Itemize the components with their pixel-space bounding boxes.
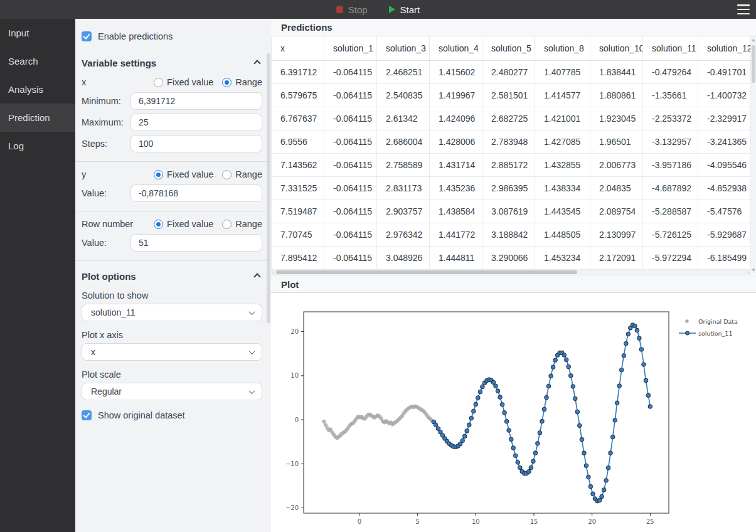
- table-cell: 1.453234: [535, 246, 590, 269]
- panel-scrollbar-thumb[interactable]: [267, 53, 270, 323]
- table-row: 6.391712-0.0641152.4682511.4156022.48027…: [272, 60, 751, 83]
- plot-options-header[interactable]: Plot options: [82, 271, 262, 282]
- table-header-row: xsolution_1solution_3solution_4solution_…: [272, 36, 751, 60]
- show-original-row: Show original dataset: [82, 410, 262, 420]
- table-cell: -0.064115: [324, 60, 377, 83]
- column-header-solution_10: solution_10: [590, 36, 643, 60]
- x-range-option[interactable]: Range: [222, 77, 262, 87]
- show-original-checkbox[interactable]: [82, 410, 92, 420]
- x-axis-select[interactable]: x: [82, 343, 262, 361]
- table-cell: 7.895412: [272, 246, 324, 269]
- table-cell: 1.438584: [430, 200, 482, 223]
- table-cell: 2.686004: [377, 130, 430, 153]
- y-fixed-radio[interactable]: [154, 170, 163, 179]
- sidebar: Input Search Analysis Prediction Log: [0, 19, 75, 532]
- scroll-up-icon[interactable]: ▲: [751, 38, 756, 43]
- x-range-radio[interactable]: [222, 78, 232, 87]
- sidebar-item-search[interactable]: Search: [0, 47, 75, 75]
- x-fixed-label: Fixed value: [167, 77, 213, 87]
- table-cell: -3.241365: [698, 130, 751, 153]
- table-cell: 2.976342: [377, 223, 430, 246]
- plot-section-title: Plot: [271, 275, 756, 293]
- table-row: 6.579675-0.0641152.5408351.4199672.58150…: [272, 83, 751, 107]
- table-cell: 2.903757: [377, 200, 430, 223]
- column-header-solution_11: solution_11: [643, 36, 698, 60]
- plot-options-title: Plot options: [82, 271, 136, 282]
- play-icon: [389, 6, 395, 13]
- plot-legend: Original Datasolution_11: [679, 317, 738, 336]
- table-cell: 2.130997: [590, 223, 643, 246]
- legend-solution-label: solution_11: [698, 329, 732, 336]
- y-range-radio[interactable]: [222, 170, 232, 179]
- table-vertical-scrollbar[interactable]: ▲ ▼: [751, 36, 756, 274]
- solution-select[interactable]: solution_11: [82, 304, 262, 321]
- table-cell: 2.04835: [590, 176, 643, 200]
- table-cell: 2.006773: [590, 153, 643, 176]
- column-header-solution_12: solution_12: [698, 36, 751, 60]
- solution-select-label: Solution to show: [82, 290, 262, 301]
- minimum-row: Minimum:: [82, 92, 262, 110]
- scroll-down-icon[interactable]: ▼: [751, 268, 756, 273]
- table-cell: 7.519487: [272, 200, 324, 223]
- table-cell: 2.986395: [482, 176, 535, 200]
- table-cell: 1.424096: [430, 107, 482, 130]
- table-cell: 6.579675: [272, 83, 324, 107]
- y-value-input[interactable]: [130, 184, 262, 202]
- y-tick-label: −20: [285, 504, 299, 511]
- table-cell: -1.35661: [643, 83, 698, 107]
- x-fixed-option[interactable]: Fixed value: [154, 77, 213, 87]
- sidebar-item-prediction[interactable]: Prediction: [0, 104, 75, 132]
- table-cell: 1.441772: [430, 223, 482, 246]
- stop-button[interactable]: Stop: [336, 4, 368, 15]
- horizontal-scrollbar-thumb[interactable]: [276, 270, 577, 274]
- enable-predictions-checkbox[interactable]: [82, 31, 92, 41]
- table-cell: -0.064115: [324, 223, 377, 246]
- collapse-up-icon: [253, 60, 260, 66]
- scroll-left-icon[interactable]: ‹: [271, 270, 276, 275]
- scroll-right-icon[interactable]: ›: [746, 270, 751, 275]
- divider: [75, 260, 271, 261]
- table-cell: 1.415602: [430, 60, 482, 83]
- row-range-option[interactable]: Range: [222, 219, 262, 229]
- table-cell: -0.064115: [324, 200, 377, 223]
- table-cell: 2.831173: [377, 176, 430, 200]
- minimum-input[interactable]: [130, 92, 262, 110]
- row-fixed-radio[interactable]: [154, 220, 163, 229]
- y-fixed-option[interactable]: Fixed value: [154, 169, 213, 179]
- table-cell: 1.421001: [535, 107, 590, 130]
- table-cell: -6.185499: [698, 246, 751, 269]
- table-cell: -0.064115: [324, 130, 377, 153]
- row-range-radio[interactable]: [222, 220, 232, 229]
- y-range-option[interactable]: Range: [222, 169, 262, 179]
- row-value-input[interactable]: [130, 234, 262, 252]
- table-cell: -5.47576: [698, 200, 751, 223]
- x-tick-label: 20: [588, 518, 596, 525]
- sidebar-item-input[interactable]: Input: [0, 19, 75, 47]
- variable-settings-header[interactable]: Variable settings: [82, 58, 262, 68]
- table-horizontal-scrollbar[interactable]: ‹ ›: [271, 270, 751, 275]
- plot-frame: [304, 312, 669, 513]
- table-cell: 3.290066: [482, 246, 535, 269]
- app-window: Stop Start Input Search Analysis Predict…: [0, 0, 756, 532]
- table-cell: 2.089754: [590, 200, 643, 223]
- menu-icon[interactable]: [737, 4, 750, 14]
- scale-select[interactable]: Regular: [82, 383, 262, 400]
- vertical-scrollbar-thumb[interactable]: [752, 45, 755, 83]
- table-cell: 2.540835: [377, 83, 430, 107]
- steps-input[interactable]: [130, 135, 262, 152]
- x-axis-select-label: Plot x axis: [82, 330, 262, 340]
- table-cell: -0.479264: [643, 60, 698, 83]
- sidebar-item-analysis[interactable]: Analysis: [0, 75, 75, 104]
- variable-settings-title: Variable settings: [82, 58, 156, 68]
- table-cell: 6.9556: [272, 130, 324, 153]
- start-button[interactable]: Start: [389, 4, 420, 15]
- table-cell: 1.880861: [590, 83, 643, 107]
- row-fixed-option[interactable]: Fixed value: [154, 219, 213, 229]
- x-fixed-radio[interactable]: [154, 78, 163, 87]
- sidebar-item-log[interactable]: Log: [0, 132, 75, 160]
- legend-solution-marker: [686, 331, 689, 335]
- table-cell: 2.758589: [377, 153, 430, 176]
- x-tick-label: 10: [472, 518, 480, 525]
- table-cell: -0.064115: [324, 176, 377, 200]
- maximum-input[interactable]: [130, 114, 262, 131]
